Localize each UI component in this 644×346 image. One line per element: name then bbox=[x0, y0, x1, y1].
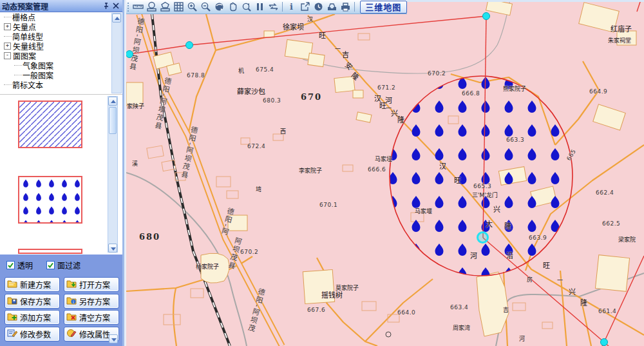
map-label: 大 bbox=[486, 218, 493, 229]
plan-manager-panel: 动态预案管理 栅格点+矢量点简单线型+矢量线型-面图案气象图案一般图案箭标文本 … bbox=[0, 0, 124, 346]
layer-tree: 栅格点+矢量点简单线型+矢量线型-面图案气象图案一般图案箭标文本 bbox=[0, 12, 122, 94]
tree-item-0[interactable]: 栅格点 bbox=[0, 12, 122, 22]
tree-item-1[interactable]: +矢量点 bbox=[0, 22, 122, 32]
tree-item-7[interactable]: 箭标文本 bbox=[0, 80, 122, 90]
clock-icon[interactable] bbox=[312, 1, 325, 14]
pan-hand-icon[interactable] bbox=[226, 1, 240, 14]
export-icon[interactable] bbox=[298, 1, 312, 14]
map-label: 665.3 bbox=[473, 183, 491, 189]
inbox-icon[interactable] bbox=[325, 1, 339, 14]
measure-polygon-icon[interactable] bbox=[158, 1, 172, 14]
map-label: 兴 bbox=[569, 286, 576, 296]
tree-item-2[interactable]: 简单线型 bbox=[0, 32, 122, 41]
map-label: 664.9 bbox=[589, 88, 607, 95]
folder-clear-button[interactable]: 清空方案 bbox=[64, 310, 119, 325]
expand-icon[interactable]: + bbox=[4, 43, 11, 50]
checkbox-icon[interactable] bbox=[6, 261, 15, 269]
map-label: 马家垭 bbox=[375, 155, 392, 163]
pattern-scrollbar[interactable] bbox=[108, 96, 118, 253]
globe-icon[interactable] bbox=[213, 1, 226, 14]
pattern-scroll-thumb[interactable] bbox=[109, 107, 117, 134]
map-label: 670 bbox=[301, 92, 322, 102]
map-canvas[interactable]: 675.4机678.8680.3672.4670.2671.2670.1666.… bbox=[126, 0, 644, 346]
folder-new-button[interactable]: 新建方案 bbox=[5, 277, 60, 292]
checkbox-icon[interactable] bbox=[46, 261, 55, 269]
tree-scrollbar[interactable] bbox=[111, 13, 122, 93]
map-label: 666.8 bbox=[462, 90, 480, 97]
plan-controls: 透明面过滤 新建方案打开方案保存方案i另存方案添加方案清空方案修改参数修改属性 bbox=[0, 255, 122, 346]
map-label: 680 bbox=[139, 232, 160, 242]
measure-distance-icon[interactable] bbox=[131, 1, 145, 14]
gis-application: 动态预案管理 栅格点+矢量点简单线型+矢量线型-面图案气象图案一般图案箭标文本 … bbox=[0, 0, 644, 346]
map-label: 李家院子 bbox=[299, 166, 322, 175]
vertex-handle[interactable] bbox=[482, 12, 490, 20]
svg-text:i: i bbox=[73, 300, 74, 305]
swap-icon[interactable] bbox=[267, 1, 280, 14]
map-label: 隆 bbox=[397, 114, 404, 124]
map-label: 680.3 bbox=[263, 97, 281, 104]
pattern-scroll-up[interactable] bbox=[108, 97, 117, 106]
folder-saveas-button[interactable]: i另存方案 bbox=[64, 294, 119, 309]
selected-vertex-handle[interactable] bbox=[477, 231, 489, 244]
plan-area-circle[interactable] bbox=[390, 76, 573, 276]
info-icon[interactable]: i bbox=[285, 1, 298, 14]
folder-save-button[interactable]: 保存方案 bbox=[5, 294, 60, 309]
zoom-in-icon[interactable] bbox=[185, 1, 199, 14]
pause-icon[interactable] bbox=[253, 1, 267, 14]
map-graphics bbox=[126, 0, 644, 346]
zoom-out-icon[interactable] bbox=[199, 1, 213, 14]
map-label: 662.4 bbox=[596, 189, 614, 196]
map-label: 675.4 bbox=[256, 66, 274, 73]
map-label: 河 bbox=[470, 250, 477, 260]
button-label: 另存方案 bbox=[79, 296, 110, 307]
map-label: 三'M'龙门 bbox=[472, 191, 498, 199]
tree-scroll-up[interactable] bbox=[112, 14, 121, 23]
zoom-previous-icon[interactable] bbox=[240, 1, 253, 14]
expand-icon[interactable]: + bbox=[4, 23, 11, 30]
panel-title: 动态预案管理 bbox=[2, 1, 101, 12]
map-label: 马家堰 bbox=[415, 207, 432, 215]
tree-item-3[interactable]: +矢量线型 bbox=[0, 41, 122, 51]
tree-item-6[interactable]: 一般图案 bbox=[0, 70, 122, 80]
option-label: 透明 bbox=[17, 260, 33, 271]
map-label: 沿 bbox=[506, 250, 513, 260]
toolbar-grip[interactable] bbox=[127, 2, 130, 12]
option-label: 面过滤 bbox=[57, 260, 80, 271]
panel-scroll-down[interactable] bbox=[109, 334, 118, 343]
button-label: 打开方案 bbox=[79, 279, 110, 290]
map-label: 塆 bbox=[256, 185, 261, 193]
option-transparent[interactable]: 透明 bbox=[6, 260, 33, 271]
folder-open-icon bbox=[66, 278, 77, 291]
map-label: 机 bbox=[238, 66, 244, 75]
map-label: 隆 bbox=[580, 297, 587, 307]
collapse-icon[interactable]: - bbox=[4, 52, 11, 59]
map-label: 西 bbox=[280, 127, 286, 135]
pin-icon[interactable] bbox=[101, 1, 111, 11]
pattern-swatch-hatch[interactable] bbox=[18, 101, 82, 148]
grid-icon[interactable] bbox=[172, 1, 185, 14]
pattern-swatch-partial[interactable] bbox=[18, 249, 82, 254]
map-label: 汉 bbox=[307, 15, 313, 23]
vertex-handle[interactable] bbox=[185, 41, 193, 49]
tree-connector bbox=[14, 75, 22, 75]
pattern-list bbox=[0, 94, 122, 255]
map-label: 661.4 bbox=[598, 308, 616, 314]
pattern-scroll-down[interactable] bbox=[108, 244, 117, 253]
map-3d-button[interactable]: 三维地图 bbox=[360, 1, 407, 14]
pattern-swatch-drops[interactable] bbox=[18, 176, 82, 224]
folder-open-button[interactable]: 打开方案 bbox=[64, 277, 119, 292]
panel-titlebar: 动态预案管理 bbox=[0, 0, 122, 12]
tree-item-4[interactable]: -面图案 bbox=[0, 51, 122, 61]
option-face-filter[interactable]: 面过滤 bbox=[46, 260, 80, 271]
tree-item-5[interactable]: 气象图案 bbox=[0, 61, 122, 70]
map-label: 周家湾 bbox=[453, 323, 470, 332]
folder-add-button[interactable]: 添加方案 bbox=[5, 310, 60, 325]
map-toolbar: i 三维地图 bbox=[126, 0, 407, 14]
edit-params-button[interactable]: 修改参数 bbox=[5, 327, 60, 341]
map-label: 663.4 bbox=[450, 304, 468, 311]
print-icon[interactable] bbox=[339, 1, 352, 14]
close-icon[interactable] bbox=[111, 1, 120, 11]
map-label: 汉 bbox=[439, 160, 446, 171]
measure-circle-icon[interactable] bbox=[145, 1, 158, 14]
vertex-handle[interactable] bbox=[600, 338, 608, 346]
